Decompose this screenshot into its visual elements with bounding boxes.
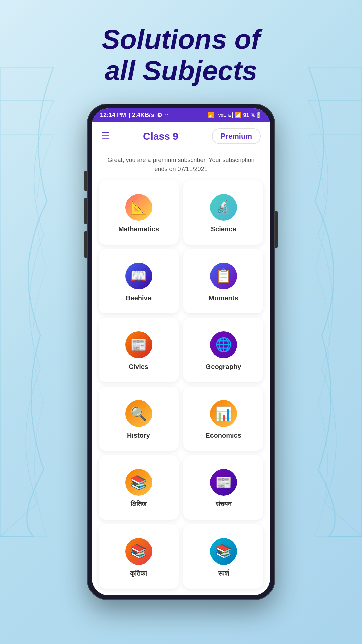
hamburger-menu-button[interactable]: ☰ <box>101 130 110 142</box>
civics-label: Civics <box>129 363 148 371</box>
subject-card-beehive[interactable]: 📖Beehive <box>99 249 179 313</box>
wifi-icon: 📶 <box>208 112 215 118</box>
status-speed: | 2.4KB/s <box>129 112 154 119</box>
status-bar: 12:14 PM | 2.4KB/s ⚙ ·· 📶 VoLTE 📶 91 %🔋 <box>92 108 270 122</box>
kshitij-icon: 📚 <box>125 469 152 496</box>
power-button <box>275 211 278 248</box>
sparsh-label: स्पर्श <box>218 570 229 577</box>
class-title: Class 9 <box>143 130 178 142</box>
geography-icon: 🌐 <box>210 331 237 358</box>
battery-icon: 91 %🔋 <box>243 112 262 118</box>
signal-icon: 📶 <box>235 112 241 118</box>
geography-label: Geography <box>206 363 241 371</box>
moments-label: Moments <box>209 294 238 302</box>
subject-card-sparsh[interactable]: 📚स्पर्श <box>183 524 263 588</box>
subject-card-economics[interactable]: 📊Economics <box>183 387 263 451</box>
subject-card-history[interactable]: 🔍History <box>99 387 179 451</box>
phone-mockup: 12:14 PM | 2.4KB/s ⚙ ·· 📶 VoLTE 📶 91 %🔋 <box>0 100 362 600</box>
app-header: ☰ Class 9 Premium <box>92 122 270 150</box>
volume-down-button <box>84 198 87 224</box>
subject-card-science[interactable]: 🔬Science <box>183 180 263 245</box>
science-icon: 🔬 <box>210 194 237 221</box>
sparsh-icon: 📚 <box>210 538 237 565</box>
subject-card-civics[interactable]: 📰Civics <box>99 318 179 382</box>
subject-card-kshitij[interactable]: 📚क्षितिज <box>99 455 179 520</box>
subject-card-moments[interactable]: 📋Moments <box>183 249 263 313</box>
status-time: 12:14 PM <box>100 112 126 119</box>
subject-card-sanchayan[interactable]: 📰संचयन <box>183 455 263 520</box>
history-icon: 🔍 <box>125 400 152 427</box>
volte-icon: VoLTE <box>217 112 232 118</box>
beehive-label: Beehive <box>126 294 152 302</box>
status-right: 📶 VoLTE 📶 91 %🔋 <box>208 112 262 118</box>
settings-icon: ⚙ <box>157 112 162 119</box>
page-title: Solutions of all Subjects <box>0 23 362 87</box>
sanchayan-icon: 📰 <box>210 469 237 496</box>
mathematics-label: Mathematics <box>118 225 159 233</box>
status-left: 12:14 PM | 2.4KB/s ⚙ ·· <box>100 112 168 119</box>
status-dots: ·· <box>165 112 168 119</box>
subjects-grid: 📐Mathematics🔬Science📖Beehive📋Moments📰Civ… <box>92 177 270 595</box>
mathematics-icon: 📐 <box>125 194 152 221</box>
volume-up-button <box>84 171 87 191</box>
subject-card-kritika[interactable]: 📚कृतिका <box>99 524 179 588</box>
kritika-label: कृतिका <box>130 570 147 577</box>
kritika-icon: 📚 <box>125 538 152 565</box>
economics-icon: 📊 <box>210 400 237 427</box>
economics-label: Economics <box>205 432 241 439</box>
science-label: Science <box>211 225 236 233</box>
phone-frame: 12:14 PM | 2.4KB/s ⚙ ·· 📶 VoLTE 📶 91 %🔋 <box>87 104 275 600</box>
sanchayan-label: संचयन <box>216 500 231 508</box>
beehive-icon: 📖 <box>125 263 152 289</box>
subject-card-mathematics[interactable]: 📐Mathematics <box>99 180 179 245</box>
subscription-info: Great, you are a premium subscriber. You… <box>92 150 270 177</box>
silent-button <box>84 231 87 258</box>
moments-icon: 📋 <box>210 263 237 289</box>
page-header: Solutions of all Subjects <box>0 0 362 100</box>
civics-icon: 📰 <box>125 331 152 358</box>
history-label: History <box>127 432 150 439</box>
premium-button[interactable]: Premium <box>212 128 261 144</box>
subject-card-geography[interactable]: 🌐Geography <box>183 318 263 382</box>
phone-screen: 12:14 PM | 2.4KB/s ⚙ ·· 📶 VoLTE 📶 91 %🔋 <box>92 108 270 595</box>
kshitij-label: क्षितिज <box>131 500 146 508</box>
